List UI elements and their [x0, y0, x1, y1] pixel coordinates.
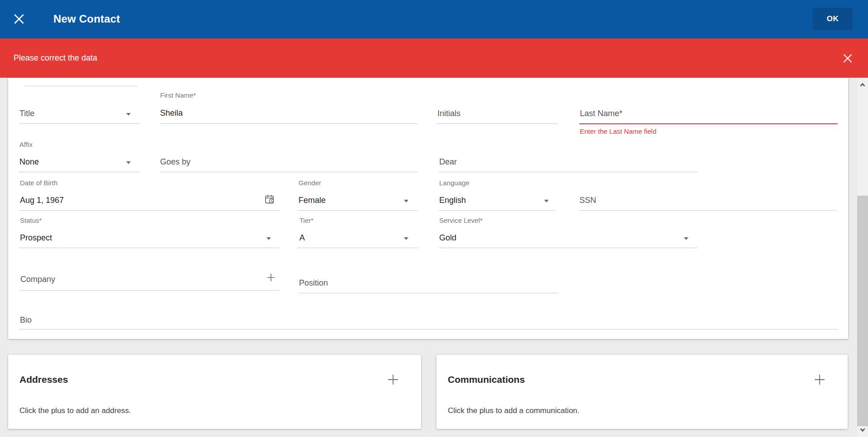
gender-label: Gender [299, 179, 321, 187]
goes-by-placeholder: Goes by [160, 157, 190, 167]
last-name-placeholder: Last Name* [580, 109, 622, 118]
chevron-down-icon [126, 161, 131, 164]
first-name-field[interactable]: First Name* Sheila [160, 91, 418, 124]
ssn-field[interactable]: SSN [579, 192, 837, 211]
chevron-down-icon [544, 200, 549, 202]
field-underline [19, 123, 139, 124]
field-underline [298, 248, 418, 248]
field-underline [299, 293, 559, 293]
contact-form-card: Title First Name* Sheila Initials Last N… [8, 78, 848, 339]
addresses-card: Addresses Click the plus to add an addre… [8, 355, 421, 429]
tier-label: Tier* [299, 216, 313, 224]
bio-placeholder: Bio [20, 315, 32, 325]
chevron-down-icon [404, 200, 408, 202]
field-underline [160, 123, 418, 124]
field-underline [437, 123, 558, 124]
field-underline [19, 290, 280, 291]
gender-value: Female [299, 196, 326, 205]
field-underline [160, 172, 418, 172]
communications-hint-text: Click the plus to add a communication. [448, 406, 579, 415]
service-level-value: Gold [439, 233, 456, 243]
ssn-placeholder: SSN [579, 196, 596, 205]
communications-section-title: Communications [448, 374, 525, 385]
title-select[interactable]: Title [19, 105, 139, 124]
dear-placeholder: Dear [439, 157, 457, 167]
position-field[interactable]: Position [299, 274, 559, 293]
field-underline [19, 329, 838, 329]
calendar-clock-icon[interactable] [264, 194, 275, 205]
scrollbar-thumb[interactable] [857, 196, 868, 426]
add-company-icon[interactable] [266, 272, 276, 283]
date-of-birth-field[interactable]: Date of Birth Aug 1, 1967 [19, 179, 280, 211]
chevron-down-icon [404, 237, 408, 240]
first-name-label: First Name* [160, 91, 196, 99]
chevron-down-icon [266, 237, 271, 240]
company-placeholder: Company [20, 275, 55, 284]
field-underline [439, 248, 697, 248]
dialog-header: New Contact OK [0, 0, 868, 38]
vertical-scrollbar[interactable] [857, 78, 868, 437]
field-underline [19, 210, 280, 211]
language-label: Language [439, 179, 470, 187]
status-label: Status* [20, 216, 42, 224]
service-level-label: Service Level* [439, 216, 483, 224]
goes-by-field[interactable]: Goes by [160, 153, 418, 172]
chevron-down-icon [126, 113, 131, 116]
status-select[interactable]: Status* Prospect [19, 216, 280, 248]
field-underline [439, 172, 698, 172]
affix-value: None [19, 157, 39, 167]
last-name-error-text: Enter the Last Name field [580, 127, 656, 135]
language-value: English [439, 196, 466, 205]
language-select[interactable]: Language English [439, 179, 555, 211]
field-underline [19, 248, 280, 248]
tier-value: A [299, 233, 305, 243]
initials-field[interactable]: Initials [437, 105, 558, 124]
banner-close-icon[interactable] [842, 53, 853, 64]
tier-select[interactable]: Tier* A [298, 216, 418, 248]
gender-select[interactable]: Gender Female [298, 179, 418, 211]
dear-field[interactable]: Dear [439, 153, 698, 172]
status-value: Prospect [20, 233, 52, 243]
addresses-section-title: Addresses [19, 374, 68, 385]
affix-label: Affix [19, 141, 33, 148]
field-underline [439, 210, 555, 211]
error-banner: Please correct the data [0, 38, 868, 78]
date-of-birth-value: Aug 1, 1967 [20, 196, 64, 205]
service-level-select[interactable]: Service Level* Gold [439, 216, 697, 248]
page-title: New Contact [53, 13, 120, 25]
bio-field[interactable]: Bio [19, 310, 838, 329]
date-of-birth-label: Date of Birth [20, 179, 57, 187]
field-underline-error [579, 123, 838, 124]
affix-select[interactable]: Affix None [19, 141, 139, 172]
first-name-value: Sheila [160, 108, 183, 118]
add-address-icon[interactable] [386, 373, 400, 386]
scrollbar-up-icon[interactable] [859, 81, 866, 89]
field-underline [19, 172, 139, 172]
company-field[interactable]: Company [19, 270, 280, 291]
scrollbar-down-icon[interactable] [859, 426, 866, 433]
field-underline [579, 210, 837, 211]
last-name-field[interactable]: Last Name* Enter the Last Name field [579, 105, 838, 133]
title-placeholder: Title [19, 109, 34, 118]
field-underline [298, 210, 418, 211]
position-placeholder: Position [299, 278, 328, 288]
close-icon[interactable] [13, 13, 25, 25]
error-banner-message: Please correct the data [14, 53, 97, 63]
ok-button-label: OK [827, 14, 839, 23]
add-communication-icon[interactable] [813, 373, 826, 386]
partial-field-underline [25, 86, 138, 86]
new-contact-dialog: { "header": { "title": "New Contact", "o… [0, 0, 868, 437]
addresses-hint-text: Click the plus to add an address. [19, 406, 131, 415]
chevron-down-icon [684, 237, 688, 240]
initials-placeholder: Initials [437, 109, 460, 118]
communications-card: Communications Click the plus to add a c… [436, 355, 848, 429]
ok-button[interactable]: OK [813, 8, 853, 30]
